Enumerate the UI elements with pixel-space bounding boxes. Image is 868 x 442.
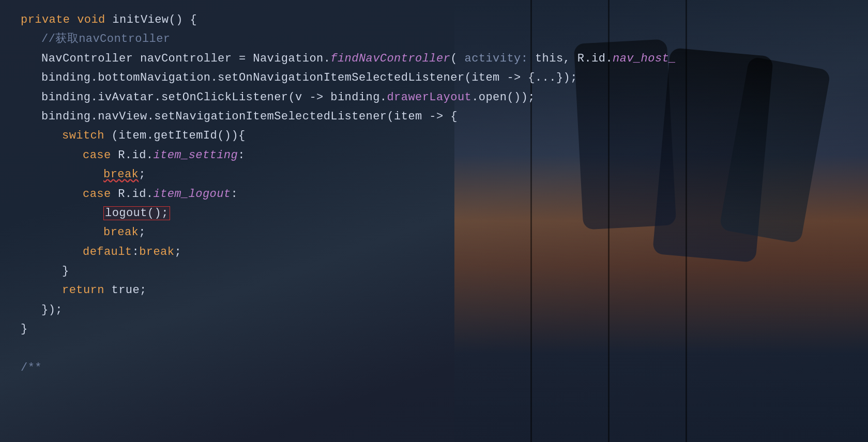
code-line-3: NavController navController = Navigation… [21,49,847,68]
code-line-6: binding.navView.setNavigationItemSelecte… [21,107,847,126]
keyword-private: private [21,13,77,26]
comment-get-nav-controller: //获取navController [41,33,171,45]
keyword-switch: switch [62,129,104,142]
comment-javadoc-start: /** [21,361,42,374]
code-line-8: case R.id.item_setting: [21,146,847,165]
code-line-10: case R.id.item_logout: [21,185,847,204]
code-line-17: } [21,319,847,339]
keyword-break-3: break [139,246,174,258]
code-line-12: break; [21,223,847,242]
code-line-7: switch (item.getItemId()){ [21,126,847,145]
keyword-break-2: break [103,226,139,239]
code-line-18 [21,339,847,358]
keyword-default: default [83,246,132,258]
keyword-break-1: break [103,168,139,181]
keyword-return: return [62,284,112,297]
code-line-9: break; [21,165,847,184]
keyword-case-1: case [83,149,118,162]
code-line-1: private void initView() { [21,10,847,29]
code-line-19: /** [21,358,847,377]
code-line-16: }); [21,300,847,319]
method-name: initView [112,13,169,26]
keyword-case-2: case [83,188,118,201]
code-editor: private void initView() { //获取navControl… [0,0,868,442]
code-line-5: binding.ivAvatar.setOnClickListener(v ->… [21,88,847,107]
keyword-void: void [77,13,112,26]
code-line-4: binding.bottomNavigation.setOnNavigation… [21,68,847,87]
code-line-15: return true; [21,281,847,300]
code-line-13: default:break; [21,242,847,262]
code-line-2: //获取navController [21,29,847,49]
code-line-11: logout(); [21,204,847,223]
code-line-14: } [21,262,847,281]
logout-call-highlighted: logout(); [103,206,170,220]
